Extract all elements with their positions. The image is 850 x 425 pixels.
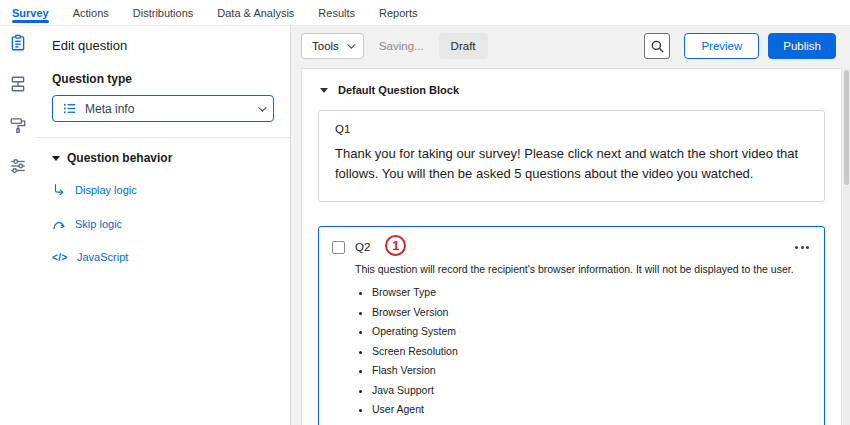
tools-button[interactable]: Tools xyxy=(301,33,364,59)
collapse-triangle-icon xyxy=(52,156,60,161)
question-card-q2[interactable]: Q2 1 This question will record the recip… xyxy=(318,226,825,425)
list-item: Java Support xyxy=(372,384,811,396)
question-behavior-title: Question behavior xyxy=(67,151,172,165)
question-type-label: Question type xyxy=(52,72,274,86)
top-nav: Survey Actions Distributions Data & Anal… xyxy=(0,0,850,26)
more-options-icon[interactable] xyxy=(793,242,811,253)
chevron-down-icon xyxy=(347,40,355,48)
question-description: This question will record the recipient'… xyxy=(355,263,811,275)
panel-divider xyxy=(36,137,290,138)
publish-button[interactable]: Publish xyxy=(768,33,836,59)
question-behavior-header[interactable]: Question behavior xyxy=(52,151,274,165)
tab-results[interactable]: Results xyxy=(318,0,355,25)
skip-logic-label: Skip logic xyxy=(75,218,122,230)
panel-title: Edit question xyxy=(52,38,274,53)
scrollbar-thumb[interactable] xyxy=(844,70,849,185)
tab-actions[interactable]: Actions xyxy=(73,0,109,25)
tab-data-analysis[interactable]: Data & Analysis xyxy=(217,0,294,25)
block-collapse-triangle-icon xyxy=(320,88,328,93)
list-item: Operating System xyxy=(372,325,811,337)
survey-canvas: Default Question Block Q1 Thank you for … xyxy=(301,68,842,425)
display-logic-label: Display logic xyxy=(75,184,137,196)
question-type-value: Meta info xyxy=(85,102,134,116)
draft-button[interactable]: Draft xyxy=(439,33,488,59)
tab-reports[interactable]: Reports xyxy=(379,0,418,25)
javascript-link[interactable]: </> JavaScript xyxy=(52,251,274,263)
chevron-down-icon xyxy=(258,103,266,111)
survey-builder-icon[interactable] xyxy=(9,34,27,52)
question-header-row: Q2 1 xyxy=(332,238,811,256)
display-logic-link[interactable]: Display logic xyxy=(52,183,274,197)
question-card-q1[interactable]: Q1 Thank you for taking our survey! Plea… xyxy=(318,110,825,202)
saving-status: Saving... xyxy=(379,40,424,52)
vertical-scrollbar[interactable] xyxy=(843,68,850,425)
question-block-header[interactable]: Default Question Block xyxy=(302,69,841,105)
meta-info-list: Browser Type Browser Version Operating S… xyxy=(359,286,811,415)
qualtrics-survey-editor: Survey Actions Distributions Data & Anal… xyxy=(0,0,850,425)
meta-info-icon xyxy=(62,101,77,116)
tab-survey[interactable]: Survey xyxy=(12,0,49,25)
skip-logic-link[interactable]: Skip logic xyxy=(52,217,274,231)
question-type-select[interactable]: Meta info xyxy=(52,95,274,122)
list-item: Flash Version xyxy=(372,364,811,376)
javascript-label: JavaScript xyxy=(77,251,128,263)
search-icon xyxy=(650,39,665,54)
survey-flow-icon[interactable] xyxy=(9,75,27,93)
list-item: Screen Resolution xyxy=(372,345,811,357)
block-title: Default Question Block xyxy=(338,84,459,96)
search-button[interactable] xyxy=(644,33,670,59)
body-row: Edit question Question type Meta info xyxy=(0,26,850,425)
question-id: Q2 xyxy=(355,241,370,253)
edit-question-panel: Edit question Question type Meta info xyxy=(36,26,291,425)
display-logic-icon xyxy=(52,183,66,197)
preview-button[interactable]: Preview xyxy=(684,33,759,59)
list-item: Browser Version xyxy=(372,306,811,318)
skip-logic-icon xyxy=(52,217,66,231)
javascript-icon: </> xyxy=(52,252,68,263)
editor-main: Tools Saving... Draft Preview Publish xyxy=(291,26,850,425)
question-select-checkbox[interactable] xyxy=(332,241,345,254)
survey-options-icon[interactable] xyxy=(9,157,27,175)
editor-toolbar: Tools Saving... Draft Preview Publish xyxy=(301,32,836,60)
question-id: Q1 xyxy=(335,123,808,135)
icon-rail xyxy=(0,26,36,425)
look-and-feel-icon[interactable] xyxy=(9,116,27,134)
list-item: Browser Type xyxy=(372,286,811,298)
annotation-marker-1: 1 xyxy=(385,235,406,256)
list-item: User Agent xyxy=(372,403,811,415)
tab-distributions[interactable]: Distributions xyxy=(133,0,194,25)
tools-label: Tools xyxy=(312,40,339,52)
question-text: Thank you for taking our survey! Please … xyxy=(335,144,808,184)
